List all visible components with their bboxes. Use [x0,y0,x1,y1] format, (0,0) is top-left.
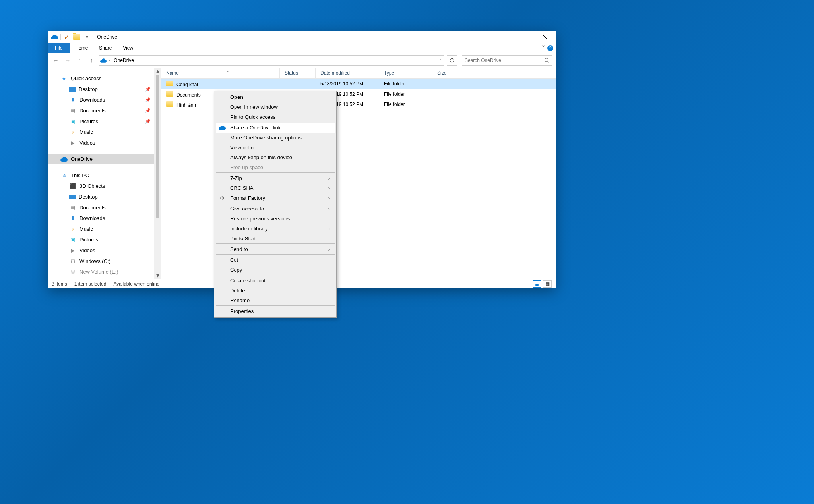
scroll-thumb[interactable] [156,75,159,218]
sidebar-item-downloads2[interactable]: ⬇Downloads [48,213,161,224]
sidebar-item-documents[interactable]: ▤Documents📌 [48,105,161,116]
sidebar-item-documents2[interactable]: ▤Documents [48,202,161,213]
sidebar-item-downloads[interactable]: ⬇Downloads📌 [48,95,161,105]
file-row[interactable]: Công khai 5/18/2019 10:52 PM File folder [161,79,556,89]
menu-restore-versions[interactable]: Restore previous versions [216,214,335,224]
details-view-button[interactable]: ≣ [533,280,541,288]
sidebar-onedrive[interactable]: OneDrive [48,154,161,164]
menu-create-shortcut[interactable]: Create shortcut [216,276,335,286]
window-title: OneDrive [97,34,117,40]
col-status[interactable]: Status [280,68,316,78]
menu-send-to[interactable]: Send to› [216,244,335,254]
address-dropdown-icon[interactable]: ˅ [440,58,443,63]
download-icon: ⬇ [69,215,76,222]
address-bar[interactable]: › OneDrive ˅ [99,55,444,66]
file-type: File folder [379,81,432,87]
back-button[interactable]: ← [51,56,60,65]
recent-dropdown-icon[interactable]: ˅ [75,56,84,65]
sidebar-item-e-drive[interactable]: ⛁New Volume (E:) [48,266,161,277]
col-size[interactable]: Size [432,68,467,78]
sidebar-this-pc[interactable]: 🖥This PC [48,170,161,181]
menu-pin-quick-access[interactable]: Pin to Quick access [216,112,335,122]
menu-always-keep[interactable]: Always keep on this device [216,153,335,162]
ribbon-expand-icon[interactable]: ˅ [542,44,545,52]
sidebar-label: Music [79,226,93,232]
menu-view-online[interactable]: View online [216,143,335,153]
sidebar-label: New Volume (E:) [79,269,118,275]
sidebar-item-desktop[interactable]: Desktop📌 [48,84,161,95]
svg-point-4 [545,58,548,62]
menu-format-factory[interactable]: ⚙Format Factory› [216,193,335,203]
format-factory-icon: ⚙ [218,194,226,202]
up-button[interactable]: ↑ [87,56,96,65]
menu-properties[interactable]: Properties [216,306,335,316]
status-selection: 1 item selected [74,281,107,287]
minimize-button[interactable] [499,31,517,43]
folder-icon [73,33,81,41]
pc-icon: 🖥 [60,172,68,179]
video-icon: ▶ [69,247,76,254]
sidebar-item-videos[interactable]: ▶Videos [48,137,161,148]
sidebar-item-c-drive[interactable]: ⛁Windows (C:) [48,256,161,266]
tab-share[interactable]: Share [93,43,117,53]
chevron-right-icon: › [328,195,330,201]
menu-copy[interactable]: Copy [216,265,335,275]
sidebar-quick-access[interactable]: ★ Quick access [48,73,161,84]
scroll-down-icon[interactable]: ▾ [154,272,161,279]
maximize-button[interactable] [517,31,536,43]
chevron-right-icon: › [328,175,330,181]
tab-file[interactable]: File [48,43,70,53]
onedrive-icon [100,57,107,64]
search-input[interactable]: Search OneDrive [462,55,552,66]
sidebar-label: Downloads [79,97,105,103]
sidebar-label: Windows (C:) [79,258,110,264]
sidebar-item-music2[interactable]: ♪Music [48,224,161,234]
menu-delete[interactable]: Delete [216,286,335,295]
sidebar-scrollbar[interactable]: ▴ ▾ [154,68,161,279]
scroll-up-icon[interactable]: ▴ [154,68,161,74]
tab-home[interactable]: Home [70,43,93,53]
refresh-button[interactable] [447,55,457,66]
menu-include-library[interactable]: Include in library› [216,224,335,234]
menu-cut[interactable]: Cut [216,255,335,265]
svg-rect-1 [525,35,529,39]
menu-give-access[interactable]: Give access to› [216,204,335,214]
close-button[interactable] [536,31,554,43]
col-date[interactable]: Date modified [316,68,379,78]
menu-more-onedrive-sharing[interactable]: More OneDrive sharing options [216,133,335,143]
column-headers: Name˄ Status Date modified Type Size [161,68,556,79]
sidebar-item-music[interactable]: ♪Music [48,127,161,137]
status-item-count: 3 items [52,281,67,287]
sidebar-item-pictures2[interactable]: ▣Pictures [48,234,161,245]
pin-icon: 📌 [145,87,151,92]
menu-open[interactable]: Open [216,92,335,102]
sidebar-item-3d[interactable]: ⬛3D Objects [48,181,161,191]
chevron-right-icon: › [328,226,330,232]
help-icon[interactable]: ? [547,45,553,51]
desktop-icon [69,87,76,92]
menu-open-new-window[interactable]: Open in new window [216,102,335,112]
tab-view[interactable]: View [117,43,139,53]
qat-dropdown-icon[interactable]: ▾ [83,33,91,41]
menu-share-onedrive-link[interactable]: Share a OneDrive link [216,123,335,133]
chevron-right-icon: › [328,246,330,252]
menu-pin-start[interactable]: Pin to Start [216,234,335,243]
file-name: Documents [176,92,201,98]
sidebar-item-desktop2[interactable]: Desktop [48,191,161,202]
picture-icon: ▣ [69,236,76,243]
col-name[interactable]: Name˄ [161,68,280,78]
checkmark-icon[interactable]: ✓ [62,33,70,41]
file-date: 5/18/2019 10:52 PM [316,81,379,87]
breadcrumb-onedrive[interactable]: OneDrive [111,58,136,63]
menu-crc-sha[interactable]: CRC SHA› [216,183,335,193]
menu-rename[interactable]: Rename [216,295,335,305]
chevron-right-icon[interactable]: › [109,58,110,63]
sidebar-item-pictures[interactable]: ▣Pictures📌 [48,116,161,127]
menu-7zip[interactable]: 7-Zip› [216,173,335,183]
forward-button[interactable]: → [63,56,72,65]
chevron-right-icon: › [328,206,330,212]
thumbnails-view-button[interactable]: ▦ [543,280,552,288]
col-type[interactable]: Type [379,68,432,78]
sidebar-label: OneDrive [71,156,93,162]
sidebar-item-videos2[interactable]: ▶Videos [48,245,161,256]
